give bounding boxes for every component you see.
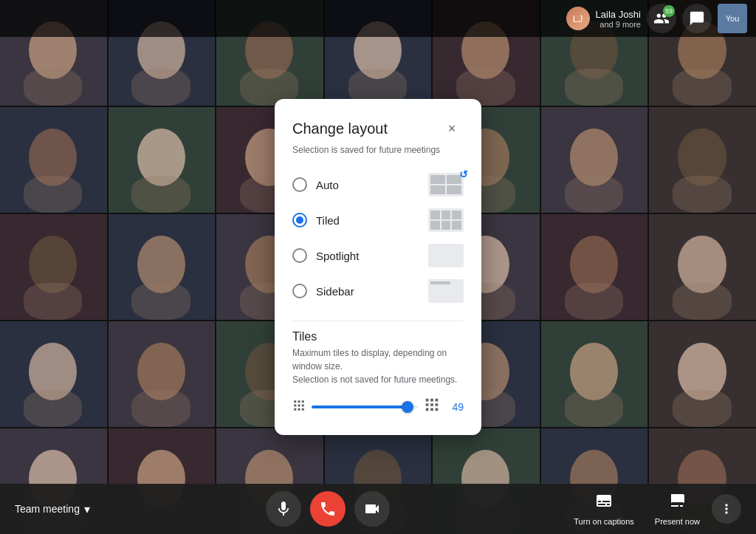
- layout-tiled-label: Tiled: [316, 214, 340, 227]
- radio-spotlight[interactable]: [292, 248, 307, 263]
- modal-subtitle: Selection is saved for future meetings: [292, 145, 464, 155]
- layout-option-spotlight[interactable]: Spotlight: [292, 238, 464, 273]
- radio-auto[interactable]: [292, 177, 307, 192]
- layout-option-tiled[interactable]: Tiled: [292, 202, 464, 238]
- slider-min-icon: [292, 399, 306, 415]
- layout-auto-label: Auto: [316, 179, 339, 191]
- radio-tiled-inner: [296, 216, 303, 224]
- modal-title: Change layout: [292, 120, 388, 137]
- tiles-desc: Maximum tiles to display, depending on w…: [292, 346, 464, 386]
- modal-overlay: Change layout × Selection is saved for f…: [0, 0, 756, 534]
- modal-header: Change layout ×: [292, 117, 464, 140]
- radio-tiled[interactable]: [292, 213, 307, 227]
- layout-sidebar-icon: [428, 279, 464, 303]
- slider-value: 49: [446, 401, 464, 413]
- layout-option-sidebar[interactable]: Sidebar: [292, 273, 464, 309]
- layout-spotlight-icon: [428, 244, 464, 267]
- tiles-slider[interactable]: [312, 400, 418, 414]
- slider-max-icon: [424, 397, 440, 417]
- close-button[interactable]: ×: [440, 117, 464, 140]
- change-layout-modal: Change layout × Selection is saved for f…: [275, 99, 481, 435]
- tiles-section: Tiles Maximum tiles to display, dependin…: [292, 321, 464, 417]
- layout-tiled-icon: [428, 208, 464, 232]
- layout-option-auto[interactable]: Auto ↺: [292, 167, 464, 202]
- slider-row: 49: [292, 397, 464, 417]
- layout-auto-icon: ↺: [428, 173, 464, 196]
- tiles-title: Tiles: [292, 330, 464, 343]
- radio-sidebar[interactable]: [292, 284, 307, 298]
- layout-spotlight-label: Spotlight: [316, 250, 359, 262]
- layout-sidebar-label: Sidebar: [316, 285, 354, 298]
